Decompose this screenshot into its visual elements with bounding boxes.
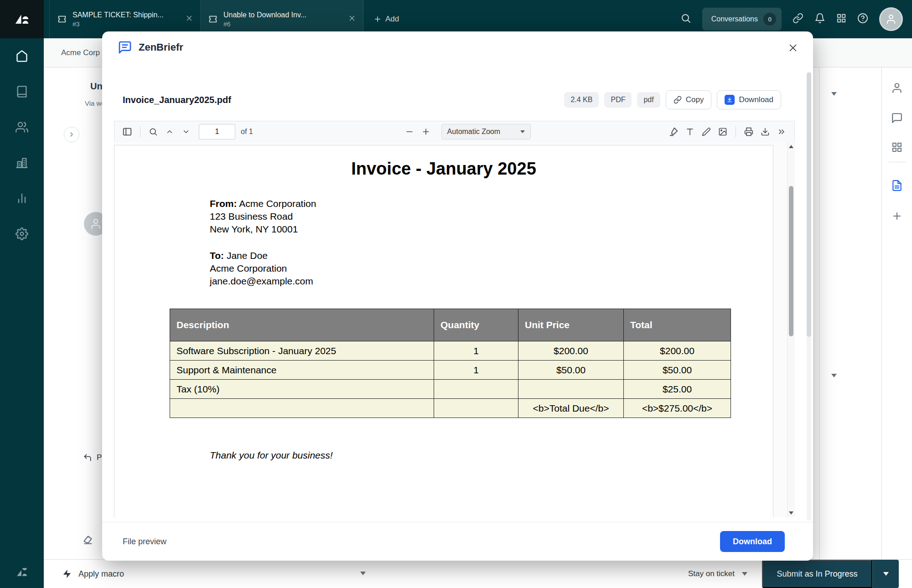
- download-icon: [761, 127, 770, 136]
- modal-scrollbar[interactable]: [807, 72, 811, 521]
- collapse-section-button[interactable]: [831, 374, 837, 377]
- copy-button[interactable]: Copy: [666, 90, 712, 109]
- download-label: Download: [739, 95, 773, 104]
- submit-options-button[interactable]: [872, 560, 899, 588]
- ticket-icon: [208, 14, 218, 24]
- submit-button[interactable]: Submit as In Progress: [762, 560, 872, 588]
- table-cell: 1: [434, 341, 518, 361]
- invoice-note: Thank you for your business!: [210, 450, 333, 461]
- save-button[interactable]: [757, 124, 773, 140]
- from-city: New York, NY 10001: [210, 223, 316, 236]
- views-nav[interactable]: [0, 74, 44, 109]
- ticket-icon: [57, 14, 67, 24]
- highlight-tool-button[interactable]: [665, 124, 682, 140]
- to-email: jane.doe@example.com: [210, 275, 313, 288]
- pdf-scrollbar[interactable]: [787, 142, 795, 517]
- table-cell: <b>Total Due</b>: [518, 399, 624, 418]
- zap-icon: [62, 569, 72, 579]
- file-info-row: Invoice_January2025.pdf 2.4 KB PDF pdf C…: [123, 87, 781, 113]
- plus-icon: [891, 211, 902, 222]
- to-name: Jane Doe: [227, 250, 268, 261]
- image-tool-button[interactable]: [715, 124, 731, 140]
- image-icon: [718, 127, 727, 136]
- zoom-label: Automatic Zoom: [447, 128, 500, 136]
- zendesk-product-logo-icon: [14, 11, 30, 27]
- page-number-input[interactable]: [199, 124, 235, 139]
- scroll-down-button[interactable]: [789, 511, 793, 515]
- pdf-page: Invoice - January 2025 From: Acme Corpor…: [114, 145, 773, 517]
- pdf-toolbar: of 1 Automatic Zoom: [114, 121, 795, 143]
- divider: [736, 126, 736, 137]
- zendesk-logo: [16, 566, 28, 580]
- download-button[interactable]: Download: [717, 90, 781, 109]
- eraser-icon: [82, 533, 94, 545]
- file-actions: 2.4 KB PDF pdf Copy Download: [564, 90, 781, 109]
- table-row: Software Subscription - January 2025 1 $…: [170, 341, 731, 361]
- close-icon[interactable]: [348, 15, 356, 24]
- reporting-nav[interactable]: [0, 181, 44, 216]
- eraser-button[interactable]: [82, 533, 94, 547]
- print-button[interactable]: [741, 124, 757, 140]
- double-chevron-right-icon: [777, 127, 786, 136]
- plus-icon: [421, 127, 430, 136]
- chevron-down-icon: [182, 128, 190, 136]
- home-nav[interactable]: [0, 38, 44, 74]
- collapse-panel-button[interactable]: [64, 127, 79, 142]
- zoom-out-button[interactable]: [401, 124, 418, 140]
- ticket-fields-panel: [819, 67, 881, 560]
- scroll-thumb[interactable]: [789, 186, 793, 336]
- draw-tool-button[interactable]: [698, 124, 715, 140]
- close-icon[interactable]: [186, 15, 193, 24]
- tab-title: Unable to Download Inv...: [223, 11, 306, 19]
- help-icon: [857, 13, 868, 24]
- apps-button[interactable]: [836, 13, 846, 25]
- zenbriefr-app-button[interactable]: [891, 180, 903, 193]
- search-icon: [149, 127, 158, 136]
- sidebar-toggle-button[interactable]: [119, 124, 135, 140]
- file-size-chip: 2.4 KB: [564, 92, 599, 108]
- scroll-up-button[interactable]: [789, 145, 793, 148]
- user-avatar[interactable]: [879, 7, 903, 31]
- modal-scroll-thumb[interactable]: [807, 72, 811, 337]
- text-tool-button[interactable]: [682, 124, 698, 140]
- file-name: Invoice_January2025.pdf: [123, 95, 231, 105]
- zoom-in-button[interactable]: [418, 124, 434, 140]
- table-cell: [170, 399, 434, 418]
- search-button[interactable]: [680, 13, 691, 26]
- admin-nav[interactable]: [0, 216, 44, 252]
- conversations-button[interactable]: Conversations 0: [702, 8, 782, 31]
- modal-close-button[interactable]: [785, 40, 801, 56]
- person-icon: [886, 14, 896, 25]
- help-button[interactable]: [857, 13, 868, 26]
- to-line: To: Jane Doe: [210, 249, 313, 262]
- pdf-search-button[interactable]: [145, 124, 161, 140]
- product-logo[interactable]: [0, 0, 44, 38]
- chevron-down-icon: [520, 130, 525, 133]
- table-cell: $50.00: [624, 361, 731, 380]
- org-breadcrumb[interactable]: Acme Corp: [61, 48, 100, 57]
- zoom-select[interactable]: Automatic Zoom: [441, 124, 531, 139]
- invoice-title: Invoice - January 2025: [114, 159, 773, 179]
- minus-icon: [405, 127, 414, 136]
- modal-download-button[interactable]: Download: [720, 531, 785, 552]
- customer-context-button[interactable]: [891, 82, 903, 96]
- stay-on-ticket-dropdown[interactable]: Stay on ticket: [688, 560, 747, 588]
- link-button[interactable]: [793, 13, 803, 26]
- organizations-nav[interactable]: [0, 145, 44, 181]
- apply-macro-button[interactable]: Apply macro: [62, 560, 124, 588]
- conversation-sidebar-button[interactable]: [891, 112, 903, 126]
- zenbriefr-logo-icon: [118, 40, 132, 55]
- prev-page-button[interactable]: [161, 124, 178, 140]
- add-app-button[interactable]: [891, 211, 902, 223]
- toolbar-more-button[interactable]: [773, 124, 790, 140]
- chevron-right-icon: [68, 131, 75, 138]
- chevron-down-icon: [742, 572, 747, 576]
- modal-header: ZenBriefr: [102, 31, 813, 63]
- customers-nav[interactable]: [0, 109, 44, 145]
- from-name: Acme Corporation: [239, 198, 316, 209]
- apps-sidebar-button[interactable]: [891, 142, 902, 155]
- next-page-button[interactable]: [178, 124, 194, 140]
- notifications-button[interactable]: [814, 13, 825, 26]
- collapse-section-button[interactable]: [831, 92, 837, 96]
- macro-dropdown-caret[interactable]: [360, 572, 366, 575]
